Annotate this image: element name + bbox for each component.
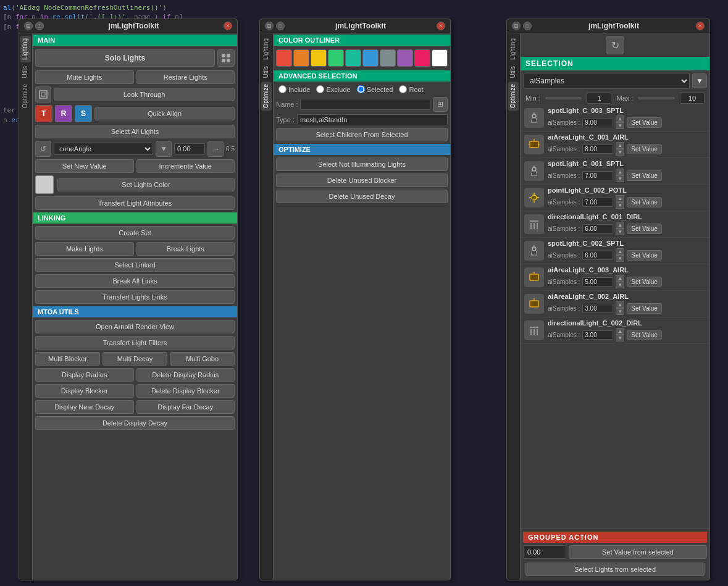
delete-display-radius-btn[interactable]: Delete Display Radius	[136, 368, 235, 382]
attribute-dropdown[interactable]: aiSamples	[523, 73, 690, 89]
spin-up-6[interactable]: ▲	[616, 275, 624, 282]
spin-down-7[interactable]: ▼	[616, 308, 624, 315]
select-lights-from-btn[interactable]: Select Lights from selected	[525, 563, 705, 576]
multi-decay-btn[interactable]: Multi Decay	[103, 352, 167, 366]
attr-dropdown[interactable]: coneAngle	[54, 143, 153, 155]
spin-down-0[interactable]: ▼	[616, 122, 624, 129]
display-far-decay-btn[interactable]: Display Far Decay	[136, 400, 235, 414]
radio-root[interactable]: Root	[399, 85, 423, 93]
close-btn-right[interactable]: ✕	[696, 22, 705, 30]
swatch-green[interactable]	[328, 49, 344, 67]
panel-scroll-left[interactable]: MAIN Solo Lights Mute Lights Rest	[33, 33, 237, 580]
maximize-btn-center[interactable]: □	[276, 22, 285, 30]
make-lights-btn[interactable]: Make Lights	[35, 242, 134, 256]
light-value-input-4[interactable]	[582, 224, 613, 233]
display-near-decay-btn[interactable]: Display Near Decay	[35, 400, 134, 414]
name-input[interactable]	[300, 99, 430, 110]
break-lights-btn[interactable]: Break Lights	[136, 242, 235, 256]
spin-up-3[interactable]: ▲	[616, 195, 624, 202]
s-btn[interactable]: S	[75, 105, 92, 122]
tab-lighting-center[interactable]: Lighting	[261, 36, 272, 62]
delete-unused-decay-btn[interactable]: Delete Unused Decay	[276, 190, 448, 203]
tab-optimize-center[interactable]: Optimize	[261, 82, 272, 111]
set-val-btn-7[interactable]: Set Value	[627, 303, 662, 314]
radio-exclude[interactable]: Exclude	[316, 85, 350, 93]
spin-up-2[interactable]: ▲	[616, 169, 624, 175]
attr-value-input[interactable]	[174, 143, 205, 154]
min-input[interactable]	[587, 93, 611, 104]
maximize-btn-right[interactable]: □	[523, 22, 532, 30]
swatch-teal[interactable]	[345, 49, 361, 67]
set-val-btn-3[interactable]: Set Value	[627, 197, 662, 207]
delete-unused-blocker-btn[interactable]: Delete Unused Blocker	[276, 174, 448, 187]
swatch-purple[interactable]	[397, 49, 413, 67]
swatch-blue[interactable]	[362, 49, 379, 67]
minimize-btn-left[interactable]: ⊟	[24, 22, 33, 30]
spin-up-0[interactable]: ▲	[616, 115, 624, 122]
attr-expand-icon[interactable]: ▼	[156, 141, 172, 157]
swatch-white[interactable]	[432, 49, 448, 67]
color-picker-swatch[interactable]	[35, 175, 54, 194]
tab-optimize-right[interactable]: Optimize	[508, 82, 519, 111]
minimize-btn-center[interactable]: ⊟	[265, 22, 274, 30]
light-value-input-8[interactable]	[582, 330, 613, 340]
refresh-attr-icon[interactable]: ↺	[35, 141, 51, 157]
tab-lighting-right[interactable]: Lighting	[508, 36, 519, 62]
swatch-orange[interactable]	[293, 49, 309, 67]
light-value-input-2[interactable]	[582, 171, 613, 180]
dropdown-arrow-icon[interactable]: ▼	[692, 73, 707, 88]
multi-gobo-btn[interactable]: Multi Gobo	[170, 352, 235, 366]
select-all-lights-btn[interactable]: Select All Lights	[35, 125, 235, 138]
set-val-btn-5[interactable]: Set Value	[627, 250, 662, 261]
set-val-btn-6[interactable]: Set Value	[627, 277, 662, 287]
spin-up-5[interactable]: ▲	[616, 248, 624, 255]
grouped-value-input[interactable]	[523, 545, 566, 559]
select-linked-btn[interactable]: Select Linked	[35, 258, 235, 272]
light-value-input-3[interactable]	[582, 198, 613, 207]
maximize-btn-left[interactable]: □	[35, 22, 44, 30]
light-value-input-6[interactable]	[582, 277, 613, 287]
tab-utils-left[interactable]: Utils	[20, 64, 31, 80]
solo-lights-btn[interactable]: Solo Lights	[35, 49, 215, 67]
display-blocker-btn[interactable]: Display Blocker	[35, 384, 134, 398]
spin-down-3[interactable]: ▼	[616, 202, 624, 209]
radio-include[interactable]: Include	[278, 85, 310, 93]
transfer-attrs-btn[interactable]: Transfert Light Attributes	[35, 196, 235, 210]
close-btn-left[interactable]: ✕	[224, 22, 232, 30]
break-all-links-btn[interactable]: Break All Links	[35, 274, 235, 288]
spin-up-8[interactable]: ▲	[616, 328, 624, 335]
select-not-btn[interactable]: Select Not Illuminating Lights	[276, 157, 448, 171]
solo-grid-icon[interactable]	[217, 49, 235, 67]
set-lights-color-btn[interactable]: Set Lights Color	[57, 178, 235, 191]
tab-lighting-left[interactable]: Lighting	[20, 36, 31, 62]
tab-utils-right[interactable]: Utils	[508, 64, 519, 80]
quick-align-btn[interactable]: Quick Align	[94, 107, 235, 120]
delete-display-blocker-btn[interactable]: Delete Display Blocker	[136, 384, 235, 398]
set-val-btn-0[interactable]: Set Value	[627, 117, 662, 128]
transfer-links-btn[interactable]: Transfert Lights Links	[35, 290, 235, 304]
set-val-btn-2[interactable]: Set Value	[627, 170, 662, 181]
spin-down-6[interactable]: ▼	[616, 282, 624, 288]
r-btn[interactable]: R	[55, 105, 72, 122]
light-value-input-5[interactable]	[582, 251, 613, 260]
t-btn[interactable]: T	[35, 105, 52, 122]
mute-lights-btn[interactable]: Mute Lights	[35, 70, 134, 84]
swatch-yellow[interactable]	[311, 49, 327, 67]
select-children-btn[interactable]: Select Children From Selected	[276, 128, 448, 141]
look-through-btn[interactable]: Look Through	[54, 88, 235, 101]
swatch-red[interactable]	[276, 49, 292, 67]
light-value-input-7[interactable]	[582, 304, 613, 313]
multi-blocker-btn[interactable]: Multi Blocker	[35, 352, 100, 366]
light-value-input-1[interactable]	[582, 144, 613, 154]
tab-optimize-left[interactable]: Optimize	[20, 82, 31, 111]
set-val-btn-8[interactable]: Set Value	[627, 330, 662, 340]
max-slider[interactable]	[638, 97, 675, 99]
refresh-btn[interactable]: ↻	[606, 36, 624, 54]
swatch-pink[interactable]	[414, 49, 430, 67]
spin-down-8[interactable]: ▼	[616, 335, 624, 341]
increment-value-btn[interactable]: Incremente Value	[136, 159, 235, 173]
transfer-filters-btn[interactable]: Transfert Light Filters	[35, 336, 235, 350]
max-input[interactable]	[680, 93, 705, 104]
set-val-btn-1[interactable]: Set Value	[627, 144, 662, 154]
light-value-input-0[interactable]	[582, 118, 613, 127]
